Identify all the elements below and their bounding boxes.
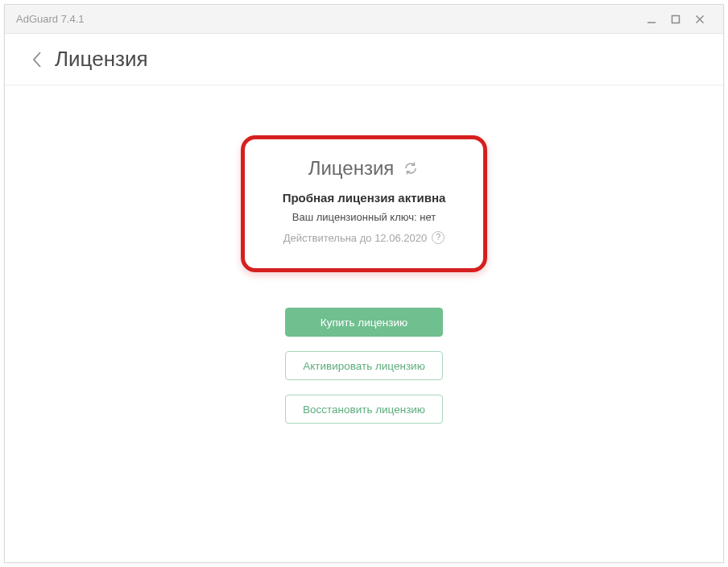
restore-license-button[interactable]: Восстановить лицензию [285,395,443,424]
content-area: Лицензия Пробная лицензия активна Ваш ли… [5,85,723,562]
license-card: Лицензия Пробная лицензия активна Ваш ли… [241,135,487,272]
close-icon [695,14,705,24]
valid-until-row: Действительна до 12.06.2020 ? [283,231,445,244]
minimize-button[interactable] [639,7,664,31]
maximize-button[interactable] [664,7,688,31]
license-key-line: Ваш лицензионный ключ: нет [292,211,436,223]
activate-license-button[interactable]: Активировать лицензию [285,351,443,380]
page-header: Лицензия [5,34,723,85]
refresh-button[interactable] [402,159,420,177]
valid-until-text: Действительна до 12.06.2020 [283,232,427,244]
window-title: AdGuard 7.4.1 [16,13,85,25]
titlebar: AdGuard 7.4.1 [5,5,723,34]
chevron-left-icon [31,51,43,68]
card-title: Лицензия [308,157,395,180]
buy-license-button[interactable]: Купить лицензию [285,308,443,337]
license-status: Пробная лицензия активна [283,191,446,205]
page-title: Лицензия [55,47,148,72]
back-button[interactable] [23,45,52,74]
minimize-icon [647,14,656,24]
help-button[interactable]: ? [432,231,445,244]
actions-group: Купить лицензию Активировать лицензию Во… [285,308,443,424]
app-window: AdGuard 7.4.1 Лицензия Лицензия [4,4,724,563]
card-title-row: Лицензия [308,157,420,180]
svg-rect-1 [672,15,680,23]
refresh-icon [403,161,418,176]
close-button[interactable] [688,7,712,31]
maximize-icon [671,14,680,24]
